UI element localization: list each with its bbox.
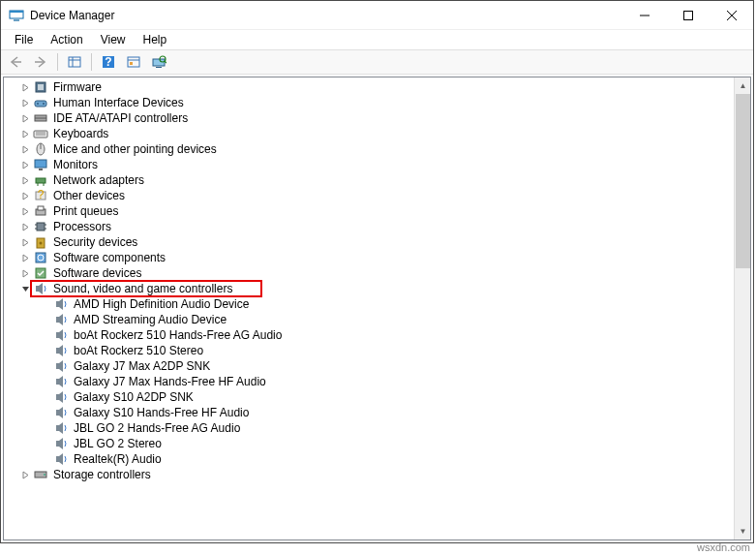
expander-icon[interactable] <box>21 254 32 262</box>
scroll-thumb[interactable] <box>736 94 750 268</box>
maximize-button[interactable] <box>666 1 710 29</box>
tree-category[interactable]: Security devices <box>4 234 734 250</box>
toolbar: ? <box>1 49 753 75</box>
expander-icon[interactable] <box>21 99 32 108</box>
sound-icon <box>52 405 72 420</box>
tree-label: Network adapters <box>51 173 146 187</box>
sound-icon <box>52 389 72 405</box>
swdev-icon <box>32 265 51 281</box>
tree-label: Storage controllers <box>51 468 153 481</box>
svg-rect-1 <box>10 11 23 13</box>
tree-label: boAt Rockerz 510 Hands-Free AG Audio <box>72 328 284 342</box>
tree-label: Galaxy J7 Max A2DP SNK <box>72 359 212 373</box>
svg-rect-4 <box>683 11 692 19</box>
storage-icon <box>32 467 51 482</box>
tree-device[interactable]: Galaxy S10 A2DP SNK <box>4 389 734 405</box>
printq-icon <box>32 203 51 219</box>
toolbar-separator <box>91 53 92 71</box>
expander-icon[interactable] <box>21 269 32 278</box>
tree-device[interactable]: Galaxy J7 Max A2DP SNK <box>4 358 734 374</box>
tree-category[interactable]: Print queues <box>4 203 734 219</box>
tree-category[interactable]: Other devices <box>4 188 734 203</box>
expander-icon[interactable] <box>21 161 32 170</box>
watermark: wsxdn.com <box>697 541 750 553</box>
expander-icon[interactable] <box>21 238 32 247</box>
tree-category[interactable]: Keyboards <box>4 126 734 141</box>
tree-device[interactable]: Galaxy J7 Max Hands-Free HF Audio <box>4 374 734 389</box>
tree-device[interactable]: boAt Rockerz 510 Stereo <box>4 343 734 358</box>
tree-label: JBL GO 2 Hands-Free AG Audio <box>72 421 242 435</box>
tree-category[interactable]: Network adapters <box>4 172 734 188</box>
menu-file[interactable]: File <box>7 31 41 48</box>
toolbar-separator <box>57 53 58 71</box>
sound-icon <box>52 296 72 312</box>
titlebar[interactable]: Device Manager <box>1 1 753 30</box>
tree-label: Mice and other pointing devices <box>51 142 219 156</box>
tree-label: boAt Rockerz 510 Stereo <box>72 344 205 357</box>
tree-label: Processors <box>51 220 113 233</box>
forward-button[interactable] <box>30 51 51 73</box>
tree-label: Software components <box>51 251 167 264</box>
expander-icon[interactable] <box>21 471 32 479</box>
tree-label: Monitors <box>51 158 100 171</box>
expander-icon[interactable] <box>21 130 32 139</box>
sound-icon <box>52 358 72 374</box>
sound-icon <box>52 327 72 343</box>
minimize-button[interactable] <box>622 1 666 29</box>
tree-device[interactable]: boAt Rockerz 510 Hands-Free AG Audio <box>4 327 734 343</box>
back-button[interactable] <box>5 51 26 73</box>
security-icon <box>32 234 51 250</box>
device-manager-window: Device Manager File Action View Help ? F… <box>0 0 754 543</box>
expander-icon[interactable] <box>21 207 32 216</box>
tree-device[interactable]: AMD High Definition Audio Device <box>4 296 734 312</box>
expander-icon[interactable] <box>21 114 32 123</box>
scroll-up-icon[interactable]: ▲ <box>735 77 751 94</box>
tree-category[interactable]: Monitors <box>4 157 734 172</box>
tree-category[interactable]: Processors <box>4 219 734 234</box>
tree-category[interactable]: Software components <box>4 250 734 265</box>
tree-device[interactable]: Realtek(R) Audio <box>4 451 734 467</box>
mouse-icon <box>32 141 51 157</box>
menu-action[interactable]: Action <box>43 31 90 48</box>
close-button[interactable] <box>710 1 753 29</box>
tree-device[interactable]: JBL GO 2 Hands-Free AG Audio <box>4 420 734 436</box>
network-icon <box>32 172 51 188</box>
tree-category[interactable]: Human Interface Devices <box>4 95 734 110</box>
tree-device[interactable]: JBL GO 2 Stereo <box>4 436 734 451</box>
properties-button[interactable] <box>123 51 144 73</box>
sound-icon <box>52 343 72 358</box>
tree-device[interactable]: AMD Streaming Audio Device <box>4 312 734 327</box>
tree-label: Galaxy S10 Hands-Free HF Audio <box>72 406 251 419</box>
tree-category[interactable]: Sound, video and game controllers <box>4 281 734 296</box>
svg-rect-12 <box>128 57 139 67</box>
svg-rect-2 <box>14 19 19 21</box>
vertical-scrollbar[interactable]: ▲ ▼ <box>734 77 750 540</box>
expander-icon[interactable] <box>21 176 32 185</box>
svg-text:?: ? <box>105 55 111 69</box>
menu-help[interactable]: Help <box>136 31 175 48</box>
tree-category[interactable]: Mice and other pointing devices <box>4 141 734 157</box>
expander-icon[interactable] <box>21 223 32 231</box>
tree-label: Security devices <box>51 235 139 249</box>
tree-label: JBL GO 2 Stereo <box>72 437 164 450</box>
expander-icon[interactable] <box>21 192 32 200</box>
tree-label: Realtek(R) Audio <box>72 452 164 466</box>
menu-view[interactable]: View <box>93 31 134 48</box>
sound-icon <box>52 420 72 436</box>
device-tree[interactable]: FirmwareHuman Interface DevicesIDE ATA/A… <box>4 77 734 540</box>
expander-icon[interactable] <box>21 83 32 92</box>
expander-icon[interactable] <box>21 285 32 293</box>
tree-category[interactable]: IDE ATA/ATAPI controllers <box>4 110 734 126</box>
tree-label: Other devices <box>51 189 127 202</box>
expander-icon[interactable] <box>21 145 32 154</box>
tree-label: Sound, video and game controllers <box>51 282 234 295</box>
tree-category[interactable]: Firmware <box>4 79 734 95</box>
scroll-down-icon[interactable]: ▼ <box>735 523 751 540</box>
tree-device[interactable]: Galaxy S10 Hands-Free HF Audio <box>4 405 734 420</box>
menubar: File Action View Help <box>1 30 753 49</box>
help-button[interactable]: ? <box>98 51 119 73</box>
tree-category[interactable]: Storage controllers <box>4 467 734 482</box>
scan-hardware-button[interactable] <box>148 51 169 73</box>
tree-category[interactable]: Software devices <box>4 265 734 281</box>
show-hide-tree-button[interactable] <box>64 51 85 73</box>
